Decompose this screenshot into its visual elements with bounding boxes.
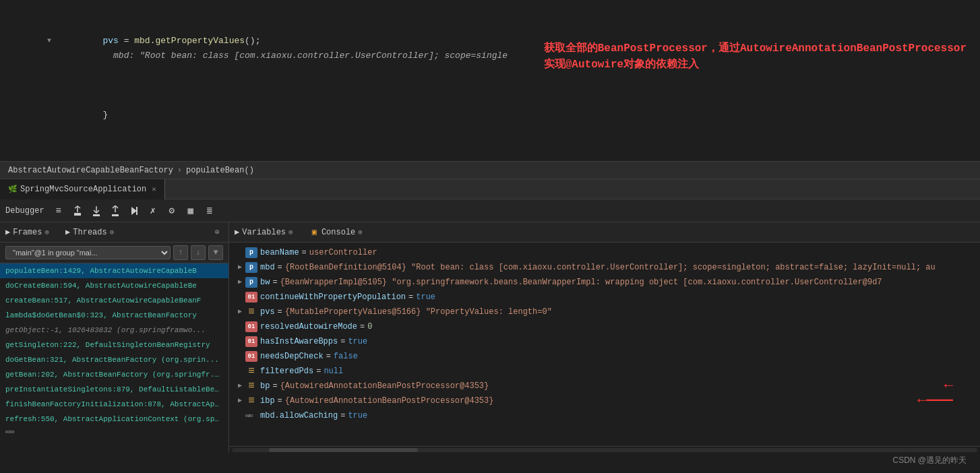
svg-rect-0 xyxy=(136,207,137,215)
var-icon-mbd-allow: ∞∞ xyxy=(245,409,257,422)
debug-panels: ▶ Frames ⊕ ▶ Threads ⊕ ⊕ "main"@1 in gro… xyxy=(0,222,980,453)
var-icon-bw: p xyxy=(245,277,257,288)
var-icon-bp: ≡ xyxy=(245,381,257,391)
variables-list: p beanName = userController ▶ p mbd = {R… xyxy=(229,243,980,446)
code-line-1: ▼ pvs = mbd.getPropertyValues(); mbd: "R… xyxy=(0,4,980,78)
frame-item-1[interactable]: doCreateBean:594, AbstractAutowireCapabl… xyxy=(0,278,228,293)
left-panel-actions: ⊕ xyxy=(211,226,223,239)
thread-dropdown[interactable]: "main"@1 in group "mai... xyxy=(5,246,171,259)
bp-red-arrow: ← xyxy=(944,379,953,393)
var-row-filtered-pds[interactable]: ≡ filteredPds = null xyxy=(229,364,980,379)
console-settings-icon[interactable]: ⊕ xyxy=(358,228,363,236)
var-row-autowire-mode[interactable]: 01 resolvedAutowireMode = 0 xyxy=(229,319,980,334)
frames-tab[interactable]: ▶ Frames ⊕ xyxy=(5,227,49,237)
breadcrumb-method: populateBean() xyxy=(186,166,254,175)
var-icon-continue: 01 xyxy=(245,292,257,303)
left-debug-panel: ▶ Frames ⊕ ▶ Threads ⊕ ⊕ "main"@1 in gro… xyxy=(0,222,229,453)
console-tab[interactable]: ▣ Console ⊕ xyxy=(312,227,363,237)
right-debug-panel: ▶ Variables ⊕ ▣ Console ⊕ p beanName = u… xyxy=(229,222,980,453)
frame-item-9[interactable]: finishBeanFactoryInitialization:878, Abs… xyxy=(0,397,228,412)
threads-tab[interactable]: ▶ Threads ⊕ xyxy=(65,227,114,237)
thread-filter-btn[interactable]: ▼ xyxy=(208,245,223,260)
scrollbar-track xyxy=(232,448,977,452)
var-row-needs-dep[interactable]: 01 needsDepCheck = false xyxy=(229,349,980,364)
var-icon-filtered-pds: ≡ xyxy=(245,366,257,377)
var-row-bw[interactable]: ▶ p bw = {BeanWrapperImpl@5105} "org.spr… xyxy=(229,275,980,290)
breadcrumb: AbstractAutowireCapableBeanFactory › pop… xyxy=(0,162,980,179)
console-tab-icon: ▣ xyxy=(312,227,317,237)
var-icon-pvs: ≡ xyxy=(245,307,257,317)
frame-item-3[interactable]: lambda$doGetBean$0:323, AbstractBeanFact… xyxy=(0,308,228,323)
var-row-mbd-allow[interactable]: ∞∞ mbd.allowCaching = true xyxy=(229,408,980,423)
left-panel-header: ▶ Frames ⊕ ▶ Threads ⊕ ⊕ xyxy=(0,222,228,243)
watermark: CSDN @遇见的昨天 xyxy=(892,455,967,466)
debugger-label: Debugger xyxy=(5,206,44,216)
frames-list: populateBean:1429, AbstractAutowireCapab… xyxy=(0,263,228,453)
tab-spring-label: SpringMvcSourceApplication xyxy=(20,185,146,194)
var-icon-beanname: p xyxy=(245,247,257,258)
var-row-beanname[interactable]: p beanName = userController xyxy=(229,245,980,260)
scrollbar-thumb xyxy=(269,448,418,452)
debug-menu-btn[interactable]: ≡ xyxy=(51,203,66,218)
debug-list-btn[interactable]: ≣ xyxy=(202,203,217,218)
variables-tab-arrow: ▶ xyxy=(235,227,239,237)
tab-spring-mvc[interactable]: 🌿 SpringMvcSourceApplication ✕ xyxy=(0,179,165,199)
code-line-3: ▼ for (BeanPostProcessor bp : getBeanPos… xyxy=(0,137,980,162)
threads-settings-icon[interactable]: ⊕ xyxy=(110,228,115,236)
debug-evaluate-btn[interactable]: ✗ xyxy=(146,203,160,218)
frame-item-8[interactable]: preInstantiateSingletons:879, DefaultLis… xyxy=(0,382,228,397)
variables-tab[interactable]: ▶ Variables ⊕ xyxy=(235,227,293,237)
var-icon-ibp: ≡ xyxy=(245,396,257,406)
threads-tab-label: Threads xyxy=(73,228,106,237)
debugger-toolbar: Debugger ≡ ✗ ⚙ ▦ ≣ xyxy=(0,199,980,222)
var-row-mbd[interactable]: ▶ p mbd = {RootBeanDefinition@5104} "Roo… xyxy=(229,260,980,275)
debug-step-out-btn[interactable] xyxy=(108,203,123,218)
frame-more-indicator: ∞∞ xyxy=(0,427,228,437)
var-icon-mbd: p xyxy=(245,262,257,273)
tab-close-btn[interactable]: ✕ xyxy=(152,185,156,193)
var-row-bp[interactable]: ▶ ≡ bp = {AutowiredAnnotationBeanPostPro… xyxy=(229,379,980,393)
frame-item-2[interactable]: createBean:517, AbstractAutowireCapableB… xyxy=(0,293,228,308)
var-icon-has-inst: 01 xyxy=(245,336,257,347)
left-panel-action-1[interactable]: ⊕ xyxy=(211,226,223,239)
frame-item-0[interactable]: populateBean:1429, AbstractAutowireCapab… xyxy=(0,263,228,278)
debug-settings-btn[interactable]: ⚙ xyxy=(164,203,179,218)
frames-settings-icon[interactable]: ⊕ xyxy=(44,228,49,236)
breadcrumb-separator: › xyxy=(177,166,182,175)
threads-tab-arrow: ▶ xyxy=(65,227,70,237)
editor-tab-bar: 🌿 SpringMvcSourceApplication ✕ xyxy=(0,179,980,199)
code-line-2: } xyxy=(0,78,980,137)
breadcrumb-class: AbstractAutowireCapableBeanFactory xyxy=(8,166,173,175)
var-icon-autowire-mode: 01 xyxy=(245,321,257,332)
debug-step-into-btn[interactable] xyxy=(89,203,104,218)
frame-item-5[interactable]: getSingleton:222, DefaultSingletonBeanRe… xyxy=(0,338,228,352)
variables-settings-icon[interactable]: ⊕ xyxy=(288,228,293,236)
var-row-continue[interactable]: 01 continueWithPropertyPopulation = true xyxy=(229,290,980,305)
frames-tab-arrow: ▶ xyxy=(5,227,10,237)
code-editor: ▼ pvs = mbd.getPropertyValues(); mbd: "R… xyxy=(0,0,980,162)
thread-selector: "main"@1 in group "mai... ↑ ↓ ▼ xyxy=(0,243,228,263)
frame-item-4[interactable]: getObject:-1, 1026483832 (org.springfram… xyxy=(0,323,228,338)
frame-item-6[interactable]: doGetBean:321, AbstractBeanFactory (org.… xyxy=(0,352,228,367)
thread-down-btn[interactable]: ↓ xyxy=(191,245,206,260)
debug-run-cursor-btn[interactable] xyxy=(127,203,142,218)
var-row-pvs[interactable]: ▶ ≡ pvs = {MutablePropertyValues@5166} "… xyxy=(229,305,980,319)
var-row-ibp[interactable]: ▶ ≡ ibp = {AutowiredAnnotationBeanPostPr… xyxy=(229,393,980,408)
frame-item-7[interactable]: getBean:202, AbstractBeanFactory (org.sp… xyxy=(0,367,228,382)
tab-spring-icon: 🌿 xyxy=(8,185,18,193)
debug-grid-btn[interactable]: ▦ xyxy=(183,203,198,218)
frames-tab-label: Frames xyxy=(13,228,42,237)
right-panel-header: ▶ Variables ⊕ ▣ Console ⊕ xyxy=(229,222,980,243)
var-icon-needs-dep: 01 xyxy=(245,351,257,362)
var-row-has-inst[interactable]: 01 hasInstAwareBpps = true xyxy=(229,334,980,349)
variables-tab-label: Variables xyxy=(242,228,286,237)
frame-item-10[interactable]: refresh:550, AbstractApplicationContext … xyxy=(0,412,228,427)
variables-scrollbar[interactable] xyxy=(229,446,980,453)
thread-up-btn[interactable]: ↑ xyxy=(173,245,188,260)
debug-step-over-btn[interactable] xyxy=(70,203,85,218)
ibp-red-arrow: ←——— xyxy=(917,394,953,408)
console-tab-label: Console xyxy=(321,228,355,237)
